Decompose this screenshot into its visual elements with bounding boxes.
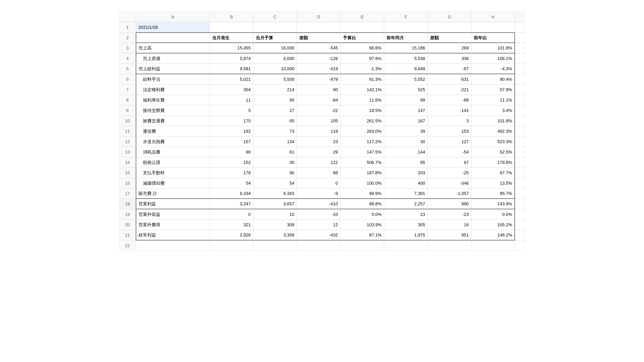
cell-D10[interactable]: 105 — [297, 116, 340, 126]
cell-I2[interactable] — [515, 32, 525, 43]
cell-A21[interactable]: 経常利益 — [136, 230, 210, 240]
row-header-2[interactable]: 2 — [119, 32, 136, 43]
row-header-15[interactable]: 15 — [119, 168, 136, 178]
cell-F13[interactable]: 144 — [384, 147, 428, 157]
cell-D15[interactable]: 88 — [297, 168, 340, 178]
cell-C12[interactable]: 134 — [253, 136, 297, 147]
col-header-H[interactable]: H — [471, 12, 515, 22]
cell-A19[interactable]: 営業外収益 — [136, 209, 210, 220]
cell-A10[interactable]: 旅費交通費 — [136, 116, 210, 126]
cell-H16[interactable]: 13.5% — [471, 178, 515, 188]
cell-D11[interactable]: 119 — [297, 126, 340, 136]
cell-F1[interactable] — [384, 22, 428, 32]
cell-D6[interactable]: -479 — [297, 74, 340, 84]
cell-G4[interactable]: 336 — [428, 53, 471, 64]
cell-A3[interactable]: 売上高 — [136, 43, 210, 53]
cell-B4[interactable]: 5,874 — [210, 53, 253, 64]
col-header-G[interactable]: G — [428, 12, 471, 22]
cell-I8[interactable] — [515, 95, 525, 105]
cell-B7[interactable]: 304 — [210, 84, 253, 95]
cell-H6[interactable]: 90.4% — [471, 74, 515, 84]
cell-A17[interactable]: 販売費 計 — [136, 188, 210, 199]
cell-D7[interactable]: 90 — [297, 84, 340, 95]
cell-E17[interactable]: 99.9% — [340, 188, 384, 199]
cell-I17[interactable] — [515, 188, 525, 199]
cell-G12[interactable]: 127 — [428, 136, 471, 147]
cell-B13[interactable]: 90 — [210, 147, 253, 157]
cell-B18[interactable]: 3,247 — [210, 199, 253, 209]
cell-E10[interactable]: 261.5% — [340, 116, 384, 126]
cell-D18[interactable]: -410 — [297, 199, 340, 209]
cell-H22[interactable] — [471, 240, 515, 251]
cell-F12[interactable]: 30 — [384, 136, 428, 147]
cell-I19[interactable] — [515, 209, 525, 220]
cell-B20[interactable]: 321 — [210, 220, 253, 230]
cell-E5[interactable]: -1.3% — [340, 64, 384, 74]
row-header-11[interactable]: 11 — [119, 126, 136, 136]
cell-D12[interactable]: 23 — [297, 136, 340, 147]
cell-B8[interactable]: 11 — [210, 95, 253, 105]
cell-A8[interactable]: 福利厚生費 — [136, 95, 210, 105]
cell-A6[interactable]: 給料手当 — [136, 74, 210, 84]
cell-G10[interactable]: 3 — [428, 116, 471, 126]
cell-C14[interactable]: 30 — [253, 157, 297, 168]
cell-G9[interactable]: -142 — [428, 105, 471, 116]
row-header-17[interactable]: 17 — [119, 188, 136, 199]
cell-F7[interactable]: 525 — [384, 84, 428, 95]
cell-B9[interactable]: 5 — [210, 105, 253, 116]
cell-E20[interactable]: 103.9% — [340, 220, 384, 230]
cell-C4[interactable]: 6,000 — [253, 53, 297, 64]
cell-I5[interactable] — [515, 64, 525, 74]
cell-I1[interactable] — [515, 22, 525, 32]
row-header-21[interactable]: 21 — [119, 230, 136, 240]
cell-E6[interactable]: 91.3% — [340, 74, 384, 84]
row-header-12[interactable]: 12 — [119, 136, 136, 147]
cell-E14[interactable]: 506.7% — [340, 157, 384, 168]
cell-I13[interactable] — [515, 147, 525, 157]
cell-G18[interactable]: 990 — [428, 199, 471, 209]
cell-B11[interactable]: 192 — [210, 126, 253, 136]
cell-C8[interactable]: 95 — [253, 95, 297, 105]
cell-G15[interactable]: -25 — [428, 168, 471, 178]
cell-E22[interactable] — [340, 240, 384, 251]
cell-C19[interactable]: 10 — [253, 209, 297, 220]
cell-A22[interactable] — [136, 240, 210, 251]
cell-D9[interactable]: -22 — [297, 105, 340, 116]
header-D[interactable]: 差額 — [297, 32, 340, 43]
cell-H9[interactable]: 3.4% — [471, 105, 515, 116]
cell-E13[interactable]: 147.5% — [340, 147, 384, 157]
cell-A9[interactable]: 接待交際費 — [136, 105, 210, 116]
cell-F5[interactable]: 9,648 — [384, 64, 428, 74]
cell-E9[interactable]: 18.5% — [340, 105, 384, 116]
row-header-19[interactable]: 19 — [119, 209, 136, 220]
cell-F22[interactable] — [384, 240, 428, 251]
cell-A20[interactable]: 営業外費用 — [136, 220, 210, 230]
cell-C5[interactable]: 10,000 — [253, 64, 297, 74]
cell-G21[interactable]: 951 — [428, 230, 471, 240]
cell-I7[interactable] — [515, 84, 525, 95]
cell-C16[interactable]: 54 — [253, 178, 297, 188]
header-A[interactable] — [136, 32, 210, 43]
cell-A5[interactable]: 売上総利益 — [136, 64, 210, 74]
cell-H5[interactable]: -4.3% — [471, 64, 515, 74]
cell-A1[interactable]: 2021/1/28 — [136, 22, 210, 32]
cell-F18[interactable]: 2,257 — [384, 199, 428, 209]
row-header-22[interactable]: 22 — [119, 240, 136, 251]
cell-H14[interactable]: 178.8% — [471, 157, 515, 168]
cell-F11[interactable]: 39 — [384, 126, 428, 136]
header-F[interactable]: 前年同月 — [384, 32, 428, 43]
cell-C15[interactable]: 90 — [253, 168, 297, 178]
cell-H10[interactable]: 101.8% — [471, 116, 515, 126]
row-header-16[interactable]: 16 — [119, 178, 136, 188]
cell-G22[interactable] — [428, 240, 471, 251]
cell-I4[interactable] — [515, 53, 525, 64]
row-header-14[interactable]: 14 — [119, 157, 136, 168]
cell-A7[interactable]: 法定権利費 — [136, 84, 210, 95]
cell-E15[interactable]: 197.8% — [340, 168, 384, 178]
header-H[interactable]: 前年比 — [471, 32, 515, 43]
cell-A12[interactable]: 水道光熱費 — [136, 136, 210, 147]
cell-H15[interactable]: 87.7% — [471, 168, 515, 178]
cell-F19[interactable]: 23 — [384, 209, 428, 220]
cell-C17[interactable]: 6,343 — [253, 188, 297, 199]
cell-G11[interactable]: 153 — [428, 126, 471, 136]
